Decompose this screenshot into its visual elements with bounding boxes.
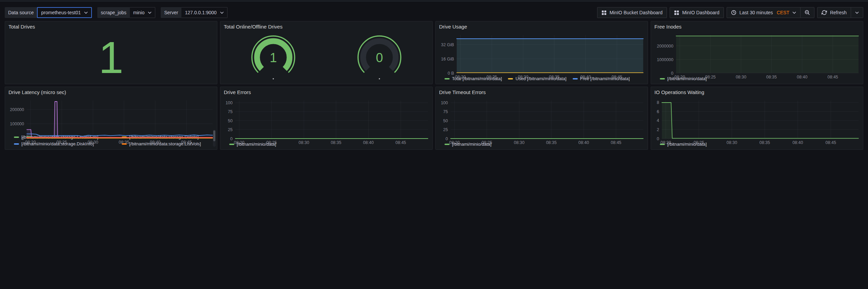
gauge: 1 (244, 32, 302, 80)
svg-text:200000: 200000 (10, 107, 24, 112)
svg-text:0: 0 (376, 51, 383, 65)
svg-text:0: 0 (22, 136, 24, 141)
timeseries-chart[interactable]: 08:2008:2508:3008:3508:4008:450100000020… (654, 32, 860, 75)
svg-text:1000000: 1000000 (657, 57, 673, 62)
svg-text:08:30: 08:30 (736, 75, 746, 79)
data-source-label: Data source (5, 7, 37, 18)
svg-text:08:35: 08:35 (760, 140, 770, 145)
refresh-picker: Refresh (817, 7, 863, 18)
time-range-button[interactable]: Last 30 minutes CEST (727, 7, 801, 18)
svg-text:08:30: 08:30 (514, 140, 525, 145)
svg-text:08:40: 08:40 (792, 140, 803, 145)
variable-server: Server 127.0.0.1:9000 (161, 7, 228, 18)
chart-canvas[interactable]: 08:2008:2508:3008:3508:4008:450255075100 (223, 97, 430, 146)
link-label: MinIO Bucket Dashboard (610, 10, 663, 15)
timeseries-chart[interactable]: 08:2008:2508:3008:3508:4008:450255075100 (438, 97, 645, 141)
panel-total-online-offline-drives: Total Online/Offline Drives 1 0 (220, 21, 433, 84)
svg-text:16 GiB: 16 GiB (441, 57, 454, 61)
svg-text:08:45: 08:45 (826, 140, 836, 145)
panel-title-drive-timeout-errors[interactable]: Drive Timeout Errors (436, 87, 648, 97)
chart-canvas[interactable]: 08:2008:2508:3008:3508:4008:450255075100 (438, 97, 645, 146)
timeseries-chart[interactable]: 08:2008:2508:3008:3508:4008:4502468 (654, 97, 860, 141)
panel-title-drive-usage[interactable]: Drive Usage (436, 21, 648, 32)
panel-drive-usage: Drive Usage 08:2008:2508:3008:3508:4008:… (435, 21, 648, 84)
svg-text:08:20: 08:20 (25, 140, 36, 145)
server-picker[interactable]: 127.0.0.1:9000 (181, 7, 227, 18)
chart-canvas[interactable]: 08:2008:2508:3008:3508:4008:450100000200… (8, 97, 214, 146)
svg-text:08:40: 08:40 (580, 75, 591, 79)
minio-bucket-dashboard-link[interactable]: MinIO Bucket Dashboard (597, 7, 667, 18)
nav-bottom-edge (0, 0, 868, 2)
variable-scrape-jobs: scrape_jobs minio (97, 7, 155, 18)
panel-title-io-operations-waiting[interactable]: IO Operations Waiting (651, 87, 863, 97)
panel-title-drive-latency[interactable]: Drive Latency (micro sec) (5, 87, 217, 97)
chart-canvas[interactable]: 08:2008:2508:3008:3508:4008:450100000020… (654, 32, 860, 80)
panel-title-free-inodes[interactable]: Free Inodes (651, 21, 863, 32)
svg-text:08:30: 08:30 (299, 140, 309, 145)
panel-title-text: Free Inodes (654, 24, 682, 30)
svg-text:0: 0 (446, 137, 448, 141)
sync-icon (822, 10, 827, 15)
chevron-down-icon (84, 11, 88, 15)
svg-text:08:45: 08:45 (612, 75, 622, 79)
timezone-label: CEST (777, 10, 789, 15)
svg-text:08:45: 08:45 (611, 140, 621, 145)
time-range-label: Last 30 minutes (739, 10, 773, 15)
panel-title-text: Drive Errors (224, 89, 251, 95)
panel-title-drive-errors[interactable]: Drive Errors (220, 87, 432, 97)
svg-text:2000000: 2000000 (657, 44, 673, 49)
timeseries-chart[interactable]: 08:2008:2508:3008:3508:4008:450 B16 GiB3… (438, 32, 645, 75)
svg-text:08:35: 08:35 (546, 140, 556, 145)
legend-scrollbar[interactable] (213, 130, 216, 147)
panel-title-online-offline[interactable]: Total Online/Offline Drives (220, 21, 432, 32)
svg-text:08:20: 08:20 (234, 140, 244, 145)
refresh-interval-button[interactable] (851, 7, 863, 18)
svg-text:08:25: 08:25 (266, 140, 277, 145)
svg-text:08:30: 08:30 (518, 75, 528, 79)
svg-text:100: 100 (225, 101, 233, 105)
toolbar-right: MinIO Bucket Dashboard MinIO Dashboard L… (597, 7, 863, 18)
refresh-button[interactable]: Refresh (817, 7, 851, 18)
svg-text:4: 4 (657, 118, 659, 123)
refresh-label: Refresh (830, 10, 847, 15)
svg-text:100: 100 (441, 101, 448, 105)
dashboard-submenu: Data source prometheus-test01 scrape_job… (5, 7, 863, 18)
svg-text:08:40: 08:40 (150, 140, 160, 145)
svg-text:08:35: 08:35 (766, 75, 777, 79)
minio-dashboard-link[interactable]: MinIO Dashboard (670, 7, 724, 18)
dashboard-grid: Total Drives 1 Total Online/Offline Driv… (5, 21, 863, 150)
svg-text:32 GiB: 32 GiB (441, 42, 454, 47)
svg-text:08:25: 08:25 (56, 140, 67, 145)
stat-value: 1 (8, 32, 214, 84)
panel-title-text: Drive Latency (micro sec) (8, 89, 66, 95)
zoom-out-button[interactable] (801, 7, 814, 18)
svg-text:08:30: 08:30 (87, 140, 98, 145)
svg-text:0: 0 (657, 137, 659, 141)
clock-icon (731, 10, 736, 15)
svg-text:08:35: 08:35 (331, 140, 341, 145)
data-source-value: prometheus-test01 (41, 10, 81, 15)
svg-text:08:25: 08:25 (693, 140, 704, 145)
scrape-jobs-picker[interactable]: minio (130, 7, 155, 18)
svg-text:08:20: 08:20 (660, 140, 671, 145)
svg-text:100000: 100000 (10, 122, 24, 126)
gauge: 0 (351, 32, 408, 80)
panel-drive-latency: Drive Latency (micro sec) 08:2008:2508:3… (5, 87, 217, 150)
chart-canvas[interactable]: 08:2008:2508:3008:3508:4008:450 B16 GiB3… (438, 32, 645, 80)
timeseries-chart[interactable]: 08:2008:2508:3008:3508:4008:450100000200… (8, 97, 214, 134)
variable-data-source: Data source prometheus-test01 (5, 7, 92, 18)
time-picker: Last 30 minutes CEST (727, 7, 814, 18)
svg-text:08:40: 08:40 (363, 140, 374, 145)
chart-canvas[interactable]: 08:2008:2508:3008:3508:4008:4502468 (654, 97, 860, 146)
link-label: MinIO Dashboard (682, 10, 719, 15)
apps-icon (601, 10, 607, 15)
chevron-down-icon (792, 11, 796, 15)
svg-text:6: 6 (657, 109, 659, 114)
svg-text:8: 8 (657, 100, 659, 105)
timeseries-chart[interactable]: 08:2008:2508:3008:3508:4008:450255075100 (223, 97, 430, 141)
svg-text:50: 50 (228, 119, 233, 123)
svg-text:08:40: 08:40 (578, 140, 589, 145)
panel-title-total-drives[interactable]: Total Drives (5, 21, 217, 32)
data-source-picker[interactable]: prometheus-test01 (37, 7, 92, 18)
zoom-out-icon (805, 10, 810, 15)
